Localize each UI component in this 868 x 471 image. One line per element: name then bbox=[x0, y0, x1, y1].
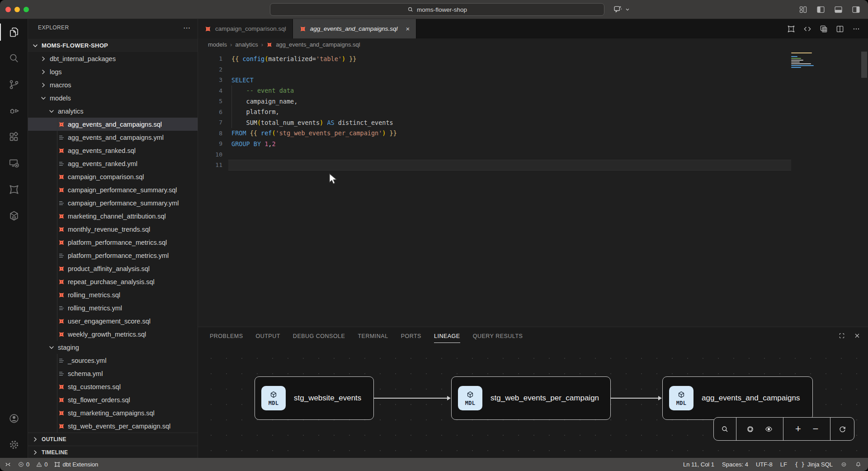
more-actions-icon[interactable] bbox=[852, 24, 861, 33]
tree-item-rolling_metrics.yml[interactable]: rolling_metrics.yml bbox=[28, 301, 198, 314]
tree-item-agg_events_ranked.sql[interactable]: agg_events_ranked.sql bbox=[28, 144, 198, 157]
code-line-11[interactable]: 11 bbox=[198, 160, 868, 171]
tree-item-monthly_revenue_trends.sql[interactable]: monthly_revenue_trends.sql bbox=[28, 223, 198, 236]
command-center-search[interactable]: moms-flower-shop bbox=[270, 3, 604, 16]
tree-item-campaign_comparison.sql[interactable]: campaign_comparison.sql bbox=[28, 170, 198, 183]
code-line-5[interactable]: 5 campaign_name, bbox=[198, 96, 868, 107]
editor-scrollbar[interactable] bbox=[861, 52, 867, 78]
status-0[interactable]: 0 bbox=[36, 461, 47, 468]
code-line-7[interactable]: 7 SUM(total_num_events) AS distinct_even… bbox=[198, 117, 868, 128]
close-tab-icon[interactable]: × bbox=[406, 25, 410, 33]
activity-settings[interactable] bbox=[0, 432, 28, 458]
lineage-node-stg_web_events_per_campaign[interactable]: MDLstg_web_events_per_campaign bbox=[451, 376, 611, 420]
tree-item-macros[interactable]: macros bbox=[28, 78, 198, 91]
code-line-6[interactable]: 6 platform, bbox=[198, 107, 868, 118]
tree-item-rolling_metrics.sql[interactable]: rolling_metrics.sql bbox=[28, 288, 198, 301]
toggle-panel-icon[interactable] bbox=[834, 5, 843, 14]
activity-dbt[interactable] bbox=[0, 176, 28, 203]
code-line-10[interactable]: 10 bbox=[198, 149, 868, 160]
window-close-button[interactable] bbox=[5, 7, 11, 12]
tree-item-repeat_purchase_analysis.sql[interactable]: repeat_purchase_analysis.sql bbox=[28, 275, 198, 288]
panel-tab-lineage[interactable]: LINEAGE bbox=[434, 328, 460, 343]
tree-item-stg_flower_orders.sql[interactable]: stg_flower_orders.sql bbox=[28, 393, 198, 406]
activity-containers[interactable] bbox=[0, 203, 28, 229]
compiled-code-icon[interactable] bbox=[803, 24, 812, 33]
code-line-8[interactable]: 8FROM {{ ref('stg_web_events_per_campaig… bbox=[198, 128, 868, 139]
zoom-out-button[interactable]: − bbox=[813, 423, 819, 435]
breadcrumb-item[interactable]: analytics bbox=[235, 41, 258, 48]
panel-tab-terminal[interactable]: TERMINAL bbox=[358, 328, 388, 343]
code-line-9[interactable]: 9GROUP BY 1,2 bbox=[198, 138, 868, 149]
tree-item-_sources.yml[interactable]: _sources.yml bbox=[28, 354, 198, 367]
status-spaces-4[interactable]: Spaces: 4 bbox=[722, 461, 748, 468]
tree-item-MOMS-FLOWER-SHOP[interactable]: MOMS-FLOWER-SHOP bbox=[28, 39, 198, 52]
activity-explorer[interactable] bbox=[0, 19, 28, 45]
status-jinja-sql[interactable]: { }Jinja SQL bbox=[795, 461, 833, 468]
close-panel-icon[interactable] bbox=[854, 332, 861, 339]
explorer-actions-icon[interactable]: ⋯ bbox=[183, 24, 190, 32]
tree-item-dbt_internal_packages[interactable]: dbt_internal_packages bbox=[28, 52, 198, 65]
lineage-canvas[interactable]: + − MDLstg_website_eventsMDLstg_web_even… bbox=[198, 344, 868, 458]
status-copilot[interactable] bbox=[840, 461, 847, 468]
tree-item-campaign_performance_summary.yml[interactable]: campaign_performance_summary.yml bbox=[28, 196, 198, 209]
tree-item-product_affinity_analysis.sql[interactable]: product_affinity_analysis.sql bbox=[28, 262, 198, 275]
tree-item-marketing_channel_attribution.sql[interactable]: marketing_channel_attribution.sql bbox=[28, 209, 198, 223]
toggle-secondary-sidebar-icon[interactable] bbox=[851, 5, 861, 14]
activity-run-debug[interactable] bbox=[0, 98, 28, 124]
tree-item-analytics[interactable]: analytics bbox=[28, 105, 198, 118]
editor-tab-agg_events_and_campaigns.sql[interactable]: agg_events_and_campaigns.sql× bbox=[293, 19, 416, 38]
code-line-4[interactable]: 4 -- event data bbox=[198, 86, 868, 96]
status-ln-11-col-1[interactable]: Ln 11, Col 1 bbox=[683, 461, 714, 468]
panel-tab-output[interactable]: OUTPUT bbox=[255, 328, 280, 343]
tree-item-logs[interactable]: logs bbox=[28, 65, 198, 78]
panel-tab-query-results[interactable]: QUERY RESULTS bbox=[473, 328, 523, 343]
activity-source-control[interactable] bbox=[0, 71, 28, 98]
zoom-in-button[interactable]: + bbox=[795, 423, 801, 435]
tree-item-stg_web_events_per_campaign.sql[interactable]: stg_web_events_per_campaign.sql bbox=[28, 419, 198, 433]
dbt-action-icon[interactable] bbox=[787, 24, 796, 33]
code-line-1[interactable]: 1{{ config(materialized='table') }} bbox=[198, 53, 868, 64]
window-minimize-button[interactable] bbox=[14, 7, 20, 12]
status-lf[interactable]: LF bbox=[780, 461, 787, 468]
sidebar-section-outline[interactable]: OUTLINE bbox=[28, 433, 198, 446]
tree-item-agg_events_and_campaigns.sql[interactable]: agg_events_and_campaigns.sql bbox=[28, 118, 198, 131]
tree-item-staging[interactable]: staging bbox=[28, 341, 198, 354]
refresh-icon[interactable] bbox=[838, 425, 847, 433]
status-bell[interactable] bbox=[855, 461, 862, 468]
status-utf-8[interactable]: UTF-8 bbox=[756, 461, 773, 468]
panel-tab-problems[interactable]: PROBLEMS bbox=[210, 328, 243, 343]
activity-extensions[interactable] bbox=[0, 124, 28, 150]
tree-item-stg_marketing_campaigns.sql[interactable]: stg_marketing_campaigns.sql bbox=[28, 406, 198, 419]
customize-layout-icon[interactable] bbox=[798, 5, 808, 14]
panel-tab-debug-console[interactable]: DEBUG CONSOLE bbox=[293, 328, 345, 343]
tree-item-agg_events_ranked.yml[interactable]: agg_events_ranked.yml bbox=[28, 157, 198, 170]
maximize-panel-icon[interactable] bbox=[838, 332, 845, 339]
breadcrumb-item[interactable]: models bbox=[208, 41, 227, 48]
tree-item-platform_performance_metrics.sql[interactable]: platform_performance_metrics.sql bbox=[28, 236, 198, 249]
activity-search[interactable] bbox=[0, 45, 28, 71]
toggle-primary-sidebar-icon[interactable] bbox=[816, 5, 826, 14]
tree-item-models[interactable]: models bbox=[28, 91, 198, 105]
lineage-aperture-icon[interactable] bbox=[746, 425, 755, 433]
lineage-node-agg_events_and_campaigns[interactable]: MDLagg_events_and_campaigns bbox=[662, 376, 813, 420]
code-line-3[interactable]: 3SELECT bbox=[198, 75, 868, 86]
lineage-visibility-icon[interactable] bbox=[764, 425, 773, 433]
tree-item-user_engagement_score.sql[interactable]: user_engagement_score.sql bbox=[28, 314, 198, 328]
activity-account[interactable] bbox=[0, 405, 28, 432]
minimap[interactable] bbox=[791, 52, 816, 69]
split-editor-icon[interactable] bbox=[835, 24, 844, 33]
panel-tab-ports[interactable]: PORTS bbox=[401, 328, 421, 343]
copilot-chat-button[interactable] bbox=[613, 5, 630, 14]
tree-item-platform_performance_metrics.yml[interactable]: platform_performance_metrics.yml bbox=[28, 249, 198, 262]
sidebar-section-timeline[interactable]: TIMELINE bbox=[28, 446, 198, 458]
code-editor[interactable]: 1{{ config(materialized='table') }}23SEL… bbox=[198, 51, 868, 327]
query-results-icon[interactable] bbox=[819, 24, 828, 33]
lineage-search-icon[interactable] bbox=[721, 425, 729, 433]
tree-item-schema.yml[interactable]: schema.yml bbox=[28, 367, 198, 380]
tree-item-weekly_growth_metrics.sql[interactable]: weekly_growth_metrics.sql bbox=[28, 328, 198, 341]
tree-item-stg_customers.sql[interactable]: stg_customers.sql bbox=[28, 380, 198, 393]
tree-item-campaign_performance_summary.sql[interactable]: campaign_performance_summary.sql bbox=[28, 183, 198, 196]
code-line-2[interactable]: 2 bbox=[198, 64, 868, 75]
tree-item-agg_events_and_campaigns.yml[interactable]: agg_events_and_campaigns.yml bbox=[28, 131, 198, 144]
window-zoom-button[interactable] bbox=[24, 7, 29, 12]
